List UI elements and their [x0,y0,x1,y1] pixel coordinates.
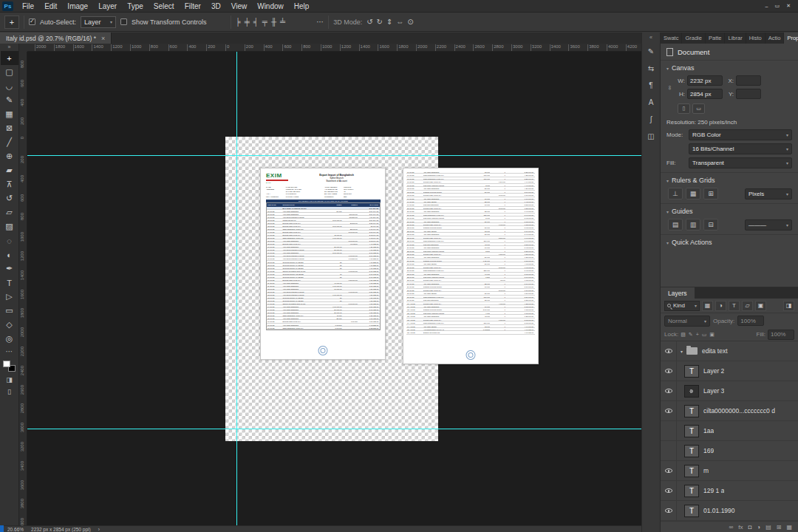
eyedropper-tool[interactable]: ╱ [1,135,18,149]
menu-item-select[interactable]: Select [149,0,180,13]
layer-visibility-toggle[interactable] [661,441,677,460]
3d-mode-icon-3[interactable]: ⇔ [396,18,403,26]
panel-tab-properties[interactable]: Properties [784,33,798,44]
panel-tab-patte[interactable]: Patte [706,33,726,44]
layer-visibility-toggle[interactable] [661,361,677,381]
quick-actions-section-header[interactable]: Quick Actions [666,239,792,246]
menu-item-edit[interactable]: Edit [39,0,62,13]
path-selection-tool[interactable]: ▷ [1,290,18,304]
menu-item-filter[interactable]: Filter [180,0,206,13]
dodge-tool[interactable]: ◐ [1,248,18,262]
layer-visibility-toggle[interactable] [661,481,677,500]
eraser-tool[interactable]: ▱ [1,205,18,219]
dock-panel-icon-1[interactable]: ⇆ [643,61,659,75]
vertical-ruler[interactable]: 8006004002000200400600800100012001400160… [19,52,27,525]
menu-item-image[interactable]: Image [62,0,93,13]
tab-layers[interactable]: Layers [661,287,695,299]
layers-bottom-icon-0[interactable]: ∞ [729,524,734,531]
window-control-0[interactable]: ‒ [765,4,768,9]
menu-item-view[interactable]: View [226,0,253,13]
width-field[interactable]: 2232 px [687,75,723,86]
dock-panel-icon-3[interactable]: A [643,95,659,109]
frame-tool[interactable]: ⊠ [1,121,18,135]
panel-tab-swatc[interactable]: Swatc [661,33,682,44]
layer-row-edita-text[interactable]: ▾edita text [661,341,798,361]
layer-visibility-toggle[interactable] [661,401,677,420]
layer-visibility-toggle[interactable] [661,461,677,480]
crop-tool[interactable]: ▦ [1,107,18,121]
align-icon-1[interactable]: ╪ [245,18,250,26]
layer-filter-button-4[interactable]: ▣ [755,301,766,311]
3d-mode-icon-0[interactable]: ↺ [366,18,372,26]
text-layer-thumbnail[interactable]: T [684,465,699,477]
rulers-grids-section-header[interactable]: Rulers & Grids [666,177,792,184]
layer-row-m[interactable]: Tm [661,461,798,481]
lock-button-3[interactable]: ▭ [702,332,707,338]
shape-tool[interactable]: ▭ [1,304,18,318]
horizontal-guide[interactable] [27,155,641,156]
align-icon-0[interactable]: ╞ [236,18,241,26]
toolbar-collapse-icon[interactable]: » [8,44,11,51]
blur-tool[interactable]: ◌ [1,233,18,248]
layer-row-layer-3[interactable]: Layer 3 [661,381,798,401]
layer-visibility-toggle[interactable] [661,421,677,440]
ruler-units-dropdown[interactable]: Pixels [745,188,792,200]
canvas-section-header[interactable]: Canvas [666,64,792,72]
menu-item-layer[interactable]: Layer [93,0,122,13]
status-chevron-icon[interactable]: › [98,527,100,532]
orientation-landscape-button[interactable]: ▭ [692,103,705,114]
guides-section-header[interactable]: Guides [666,208,792,215]
lock-button-4[interactable]: ▣ [709,332,715,338]
healing-brush-tool[interactable]: ⊕ [1,149,18,163]
align-icon-3[interactable]: ╤ [262,18,267,26]
dock-panel-icon-0[interactable]: ✎ [643,44,659,58]
history-brush-tool[interactable]: ↺ [1,191,18,205]
blend-mode-dropdown[interactable]: Normal [664,316,710,327]
height-field[interactable]: 2854 px [687,89,723,99]
horizontal-guide[interactable] [27,429,641,429]
zoom-level-field[interactable]: 20.66% [7,527,24,532]
auto-select-dropdown[interactable]: Layer [81,16,116,28]
layer-row-layer-2[interactable]: TLayer 2 [661,361,798,381]
guide-style-dropdown[interactable]: ——— [745,219,792,231]
text-layer-thumbnail[interactable]: T [684,505,699,517]
screen-mode-button[interactable]: ▯ [1,386,18,398]
window-control-1[interactable]: ▭ [775,3,780,9]
layer-row-1aa[interactable]: T1aa [661,421,798,441]
color-mode-dropdown[interactable]: RGB Color [689,129,792,140]
guide-button-1[interactable]: ▥ [686,219,700,231]
orientation-portrait-button[interactable]: ▯ [678,103,690,114]
layer-filter-button-1[interactable]: ◑ [715,301,726,311]
lock-button-0[interactable]: ▨ [681,332,686,338]
link-dimensions-icon[interactable]: ∞ [666,84,674,91]
layer-row-cilta0000000-ccccccc0-d[interactable]: Tcilta0000000...ccccccc0 d [661,401,798,421]
marquee-tool[interactable]: ▢ [1,65,18,79]
dock-panel-icon-2[interactable]: ¶ [643,78,659,92]
layer-filter-kind-dropdown[interactable]: Kind [664,301,700,311]
document-tab[interactable]: Italy id.psd @ 20.7% (RGB/16) * × [0,33,112,44]
layer-row-129-1-a[interactable]: T129 1 a [661,481,798,501]
auto-select-checkbox[interactable] [29,18,35,25]
menu-item-type[interactable]: Type [122,0,149,13]
horizontal-ruler[interactable]: 2000180016001400120010008006004002000200… [27,44,641,52]
vertical-guide[interactable] [236,52,237,525]
menu-item-3d[interactable]: 3D [206,0,226,13]
group-expand-chevron-icon[interactable]: ▾ [681,349,683,354]
panel-tab-librar[interactable]: Librar [725,33,746,44]
text-layer-thumbnail[interactable]: T [684,405,699,417]
menu-item-file[interactable]: File [17,0,39,13]
x-field[interactable] [736,75,761,86]
dock-panel-icon-5[interactable]: ◫ [643,129,659,143]
clone-stamp-tool[interactable]: ⊼ [1,177,18,191]
quick-selection-tool[interactable]: ✎ [1,93,18,107]
move-tool[interactable]: + [1,51,18,65]
edit-toolbar-icon[interactable]: ⋯ [6,347,13,355]
layer-visibility-toggle[interactable] [661,381,677,400]
align-icon-5[interactable]: ╧ [280,18,285,26]
3d-mode-icon-1[interactable]: ↻ [377,18,383,26]
layer-filter-button-3[interactable]: ▱ [742,301,753,311]
foreground-color-swatch[interactable] [3,361,10,367]
type-tool[interactable]: T [1,276,18,290]
tab-close-icon[interactable]: × [101,35,105,42]
layer-visibility-toggle[interactable] [661,501,677,520]
